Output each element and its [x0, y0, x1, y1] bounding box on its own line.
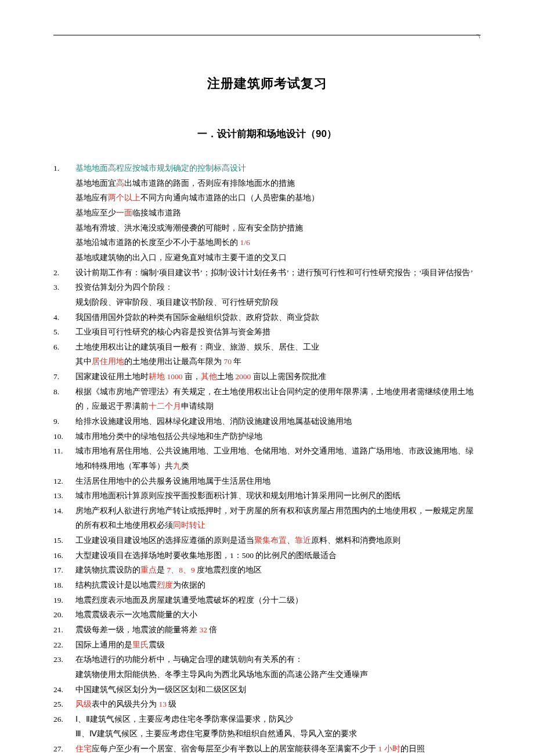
- list-item: 16.大型建设项目在选择场地时要收集地形图，1：500 的比例尺的图纸最适合: [53, 548, 481, 563]
- text-segment: 是: [157, 566, 167, 574]
- text-segment: 13: [158, 700, 167, 708]
- list-item: 20.地震震级表示一次地震能量的大小: [53, 607, 481, 622]
- item-number: 14.: [53, 503, 75, 519]
- text-segment: 震级每差一级，地震波的能量将差: [75, 625, 199, 634]
- item-line: 结构抗震设计是以地震烈度为依据的: [75, 578, 481, 593]
- item-content: 地震烈度表示地面及房屋建筑遭受地震破坏的程度（分十二级）: [75, 593, 481, 608]
- text-segment: 土地使用权出让的建筑项目一般有：商业、旅游、娱乐、居住、工业: [75, 343, 319, 351]
- text-segment: 投资估算划分为四个阶段：: [75, 283, 173, 291]
- text-segment: 应每户至少有一个居室、宿舍每层至少有半数以上的居室能获得冬至满窗不少于: [92, 744, 378, 753]
- item-number: 25.: [53, 697, 75, 712]
- item-line: 基地地面宜高出城市道路的路面，否则应有排除地面水的措施: [75, 176, 481, 191]
- item-line: 根据《城市房地产管理法》有关规定，在土地使用权出让合同约定的使用年限界满，土地使…: [75, 384, 481, 414]
- text-segment: 国际上通用的是: [75, 640, 132, 649]
- item-line: 基地有滑坡、洪水淹没或海潮侵袭的可能时，应有安全防护措施: [75, 221, 481, 236]
- text-segment: 7、8、9: [167, 566, 194, 574]
- item-content: 房地产权利人欲进行房地产转让或抵押时，对于房屋的所有权和该房屋占用范围内的土地使…: [75, 503, 481, 533]
- corner-mark: '\: [477, 30, 481, 42]
- list-item: 10.城市用地分类中的绿地包括公共绿地和生产防护绿地: [53, 429, 481, 444]
- text-segment: 基地应至少: [75, 208, 116, 217]
- item-line: 地震烈度表示地面及房屋建筑遭受地震破坏的程度（分十二级）: [75, 593, 481, 608]
- item-line: 基地沿城市道路的长度至少不小于基地周长的 1/6: [75, 235, 481, 250]
- text-segment: 靠近: [295, 536, 311, 545]
- item-line: 其中居住用地的土地使用出让最高年限为 70 年: [75, 354, 481, 369]
- text-segment: 32: [199, 625, 207, 634]
- list-item: 27.住宅应每户至少有一个居室、宿舍每层至少有半数以上的居室能获得冬至满窗不少于…: [53, 741, 481, 756]
- item-content: 结构抗震设计是以地震烈度为依据的: [75, 578, 481, 593]
- item-line: 规划阶段、评审阶段、项目建议书阶段、可行性研究阶段: [75, 295, 481, 310]
- list-item: 21.震级每差一级，地震波的能量将差 32 倍: [53, 622, 481, 638]
- item-line: 大型建设项目在选择场地时要收集地形图，1：500 的比例尺的图纸最适合: [75, 548, 481, 563]
- text-segment: Ⅲ、Ⅳ建筑气候区，主要应考虑住宅夏季防热和组织自然通风、导风入室的要求: [75, 729, 357, 738]
- item-line: Ⅲ、Ⅳ建筑气候区，主要应考虑住宅夏季防热和组织自然通风、导风入室的要求: [75, 726, 481, 741]
- list-item: 23.在场地进行的功能分析中，与确定合理的建筑朝向有关系的有：建筑物使用太阳能供…: [53, 652, 481, 682]
- item-line: 城市用地分类中的绿地包括公共绿地和生产防护绿地: [75, 429, 481, 444]
- item-number: 15.: [53, 533, 75, 548]
- document-page: '\ 注册建筑师考试复习 一．设计前期和场地设计（90） 1.基地地面高程应按城…: [0, 0, 534, 756]
- list-item: 17.建筑物抗震设防的重点是 7、8、9 度地震烈度的地区: [53, 563, 481, 578]
- top-horizontal-rule: [53, 35, 481, 35]
- item-content: 城市用地分类中的绿地包括公共绿地和生产防护绿地: [75, 429, 481, 444]
- text-segment: 其他: [201, 372, 217, 381]
- list-item: 6.土地使用权出让的建筑项目一般有：商业、旅游、娱乐、居住、工业其中居住用地的土…: [53, 340, 481, 369]
- text-segment: 地震烈度表示地面及房屋建筑遭受地震破坏的程度（分十二级）: [75, 596, 303, 604]
- list-item: 19.地震烈度表示地面及房屋建筑遭受地震破坏的程度（分十二级）: [53, 593, 481, 608]
- item-line: 土地使用权出让的建筑项目一般有：商业、旅游、娱乐、居住、工业: [75, 340, 481, 355]
- text-segment: 十二个月: [149, 402, 181, 411]
- item-content: Ⅰ、Ⅱ建筑气候区，主要应考虑住宅冬季防寒保温要求，防风沙Ⅲ、Ⅳ建筑气候区，主要应…: [75, 712, 481, 741]
- text-segment: 基地地面宜: [75, 179, 116, 188]
- item-content: 设计前期工作有：编制‘项目建议书’；拟制‘设计计划任务书’；进行预可行性和可行性…: [75, 265, 481, 280]
- item-content: 大型建设项目在选择场地时要收集地形图，1：500 的比例尺的图纸最适合: [75, 548, 481, 563]
- section-heading: 一．设计前期和场地设计（90）: [53, 125, 481, 143]
- item-content: 工业项目可行性研究的核心内容是投资估算与资金筹措: [75, 325, 481, 340]
- item-line: 设计前期工作有：编制‘项目建议书’；拟制‘设计计划任务书’；进行预可行性和可行性…: [75, 265, 481, 280]
- text-segment: 1/6: [240, 238, 250, 247]
- item-number: 9.: [53, 414, 75, 429]
- text-segment: 原料、燃料和消费地原则: [311, 536, 400, 545]
- text-segment: 基地沿城市道路的长度至少不小于基地周长的: [75, 238, 240, 247]
- item-content: 土地使用权出让的建筑项目一般有：商业、旅游、娱乐、居住、工业其中居住用地的土地使…: [75, 340, 481, 369]
- text-segment: 九: [173, 462, 181, 470]
- item-number: 24.: [53, 682, 75, 697]
- item-number: 2.: [53, 265, 75, 280]
- list-item: 12.生活居住用地中的公共服务设施用地属于生活居住用地: [53, 474, 481, 489]
- item-content: 在场地进行的功能分析中，与确定合理的建筑朝向有关系的有：建筑物使用太阳能供热、冬…: [75, 652, 481, 682]
- text-segment: 高: [116, 179, 124, 188]
- item-number: 20.: [53, 607, 75, 622]
- item-number: 4.: [53, 310, 75, 325]
- item-content: 风级表中的风级共分为 13 级: [75, 697, 481, 712]
- text-segment: 为依据的: [173, 581, 205, 589]
- text-segment: 规划阶段、评审阶段、项目建议书阶段、可行性研究阶段: [75, 298, 279, 307]
- text-segment: 亩以上需国务院批准: [251, 372, 326, 381]
- text-segment: 级: [167, 700, 176, 708]
- text-segment: 类: [181, 462, 189, 470]
- list-item: 8.根据《城市房地产管理法》有关规定，在土地使用权出让合同约定的使用年限界满，土…: [53, 384, 481, 414]
- item-line: 基地应至少一面临接城市道路: [75, 206, 481, 221]
- text-segment: Ⅰ、Ⅱ建筑气候区，主要应考虑住宅冬季防寒保温要求，防风沙: [75, 715, 293, 723]
- text-segment: 表中的风级共分为: [92, 700, 158, 708]
- item-line: 房地产权利人欲进行房地产转让或抵押时，对于房屋的所有权和该房屋占用范围内的土地使…: [75, 503, 481, 533]
- item-number: 13.: [53, 488, 75, 503]
- text-segment: 烈度: [157, 581, 173, 589]
- list-item: 2.设计前期工作有：编制‘项目建议书’；拟制‘设计计划任务书’；进行预可行性和可…: [53, 265, 481, 280]
- item-line: 城市用地有居住用地、公共设施用地、工业用地、仓储用地、对外交通用地、道路广场用地…: [75, 444, 481, 473]
- item-content: 中国建筑气候区划分为一级区区划和二级区区划: [75, 682, 481, 697]
- item-number: 27.: [53, 741, 75, 756]
- item-line: 投资估算划分为四个阶段：: [75, 280, 481, 295]
- item-line: 震级每差一级，地震波的能量将差 32 倍: [75, 622, 481, 638]
- item-line: Ⅰ、Ⅱ建筑气候区，主要应考虑住宅冬季防寒保温要求，防风沙: [75, 712, 481, 727]
- list-item: 24.中国建筑气候区划分为一级区区划和二级区区划: [53, 682, 481, 697]
- text-segment: 临接城市道路: [132, 208, 181, 217]
- item-content: 我国借用国外贷款的种类有国际金融组织贷款、政府贷款、商业贷款: [75, 310, 481, 325]
- item-number: 22.: [53, 638, 75, 653]
- item-line: 城市用地面积计算原则应按平面投影面积计算、现状和规划用地计算采用同一比例尺的图纸: [75, 488, 481, 503]
- item-line: 地震震级表示一次地震能量的大小: [75, 607, 481, 622]
- item-number: 3.: [53, 280, 75, 295]
- text-segment: 土地: [217, 372, 235, 381]
- item-line: 基地应有两个以上不同方向通向城市道路的出口（人员密集的基地）: [75, 190, 481, 206]
- item-number: 12.: [53, 474, 75, 489]
- item-line: 国际上通用的是里氏震级: [75, 638, 481, 653]
- item-line: 生活居住用地中的公共服务设施用地属于生活居住用地: [75, 474, 481, 489]
- text-segment: 度地震烈度的地区: [195, 566, 262, 574]
- text-segment: 的日照: [400, 744, 425, 753]
